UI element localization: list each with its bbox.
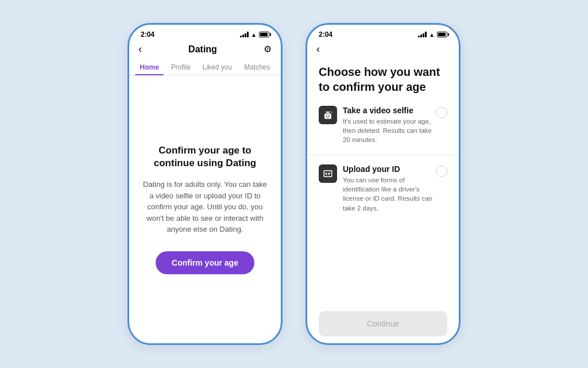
battery-icon-1: [259, 32, 269, 37]
battery-icon-2: [437, 32, 447, 37]
wifi-icon-2: ▲: [429, 32, 435, 38]
option-upload-id: Upload your ID You can use forms of iden…: [319, 164, 447, 212]
option-upload-id-left: Upload your ID You can use forms of iden…: [319, 164, 436, 212]
signal-icon-1: [240, 32, 249, 37]
status-icons-1: ▲: [240, 32, 269, 38]
wifi-icon-1: ▲: [251, 32, 257, 38]
upload-id-text: Upload your ID You can use forms of iden…: [343, 164, 436, 212]
tab-liked-you[interactable]: Liked you: [198, 60, 237, 75]
option-video-selfie: Take a video selfie It's used to estimat…: [319, 106, 447, 144]
body-spacer: [319, 223, 447, 311]
id-card-svg: [323, 168, 333, 179]
id-card-icon: [319, 164, 337, 183]
camera-svg: [323, 110, 333, 120]
video-selfie-text: Take a video selfie It's used to estimat…: [343, 106, 436, 144]
phone2-body: Choose how you want to confirm your age …: [307, 60, 459, 343]
back-button-1[interactable]: ‹: [138, 43, 142, 55]
options-divider: [307, 155, 459, 155]
confirm-age-title: Confirm your age to continue using Datin…: [143, 144, 267, 170]
gear-icon-1[interactable]: ⚙: [264, 44, 272, 55]
confirm-age-button[interactable]: Confirm your age: [156, 251, 254, 274]
upload-id-title: Upload your ID: [343, 164, 436, 174]
radio-video-selfie[interactable]: [436, 107, 447, 118]
phone1-body: Confirm your age to continue using Datin…: [129, 75, 281, 343]
phone1-header: ‹ Dating ⚙: [129, 41, 281, 60]
choose-age-title: Choose how you want to confirm your age: [319, 64, 447, 94]
phone-frame-1: 2:04 ▲ ‹ Dating ⚙ Home Profile Liked you…: [127, 23, 283, 345]
confirm-age-description: Dating is for adults only. You can take …: [143, 179, 267, 235]
status-time-2: 2:04: [319, 30, 332, 39]
tab-home[interactable]: Home: [135, 60, 163, 75]
status-time-1: 2:04: [141, 30, 154, 39]
page-title-1: Dating: [188, 44, 217, 55]
status-bar-2: 2:04 ▲: [307, 25, 459, 41]
video-selfie-title: Take a video selfie: [343, 106, 436, 115]
option-video-selfie-left: Take a video selfie It's used to estimat…: [319, 106, 436, 144]
continue-button[interactable]: Continue: [319, 311, 447, 336]
camera-icon: [319, 106, 337, 124]
status-bar-1: 2:04 ▲: [129, 25, 281, 41]
back-button-2[interactable]: ‹: [316, 43, 320, 55]
video-selfie-desc: It's used to estimate your age, then del…: [343, 117, 436, 144]
status-icons-2: ▲: [418, 32, 447, 38]
radio-upload-id[interactable]: [436, 166, 447, 177]
tabs-row-1: Home Profile Liked you Matches: [129, 60, 281, 75]
tab-matches[interactable]: Matches: [239, 60, 274, 75]
tab-profile[interactable]: Profile: [167, 60, 195, 75]
signal-icon-2: [418, 32, 427, 37]
upload-id-desc: You can use forms of identification like…: [343, 175, 436, 212]
phone-frame-2: 2:04 ▲ ‹ Choose how you want to confirm …: [305, 23, 461, 345]
phone2-header: ‹: [307, 41, 459, 60]
